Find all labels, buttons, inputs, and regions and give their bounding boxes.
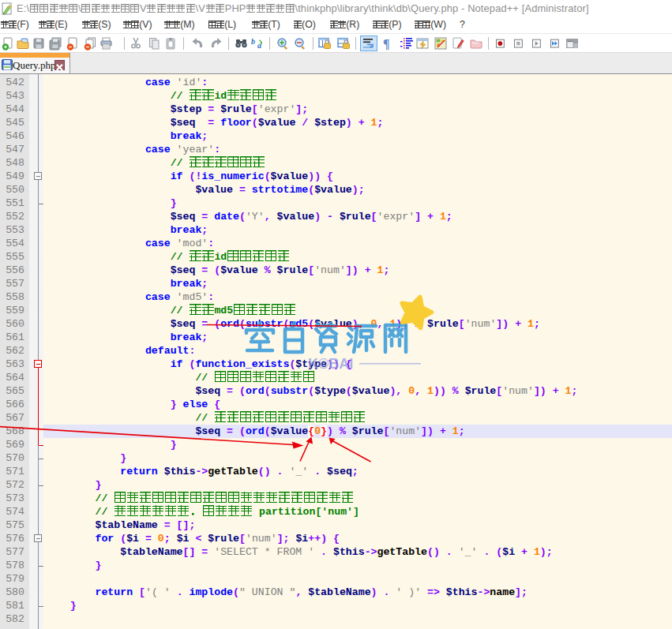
svg-text:a: a (257, 41, 261, 50)
svg-text:¶: ¶ (383, 37, 390, 51)
svg-text:b: b (251, 37, 255, 46)
